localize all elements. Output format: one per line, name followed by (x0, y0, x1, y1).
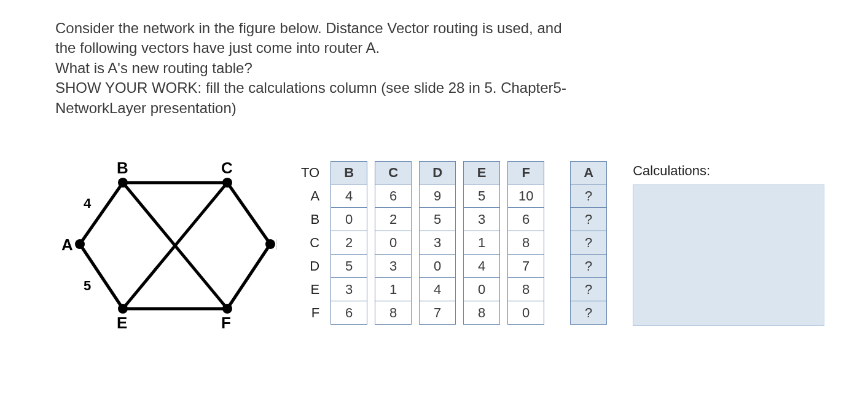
col-F-row-D: 7 (508, 255, 544, 278)
dest-D: D (301, 255, 319, 278)
svg-line-6 (227, 244, 270, 309)
calculations-area: Calculations: (633, 161, 824, 326)
svg-point-9 (118, 178, 128, 188)
calculations-box (633, 184, 824, 326)
col-B-row-A: 4 (331, 184, 367, 208)
col-F: F 10 6 8 7 8 0 (507, 161, 544, 325)
col-B-header: B (331, 162, 367, 184)
col-F-row-F: 0 (508, 301, 544, 324)
col-B-row-F: 6 (331, 301, 367, 324)
row-labels: TO A B C D E F (301, 161, 323, 325)
edge-AB-weight: 4 (84, 196, 92, 211)
col-B-row-C: 2 (331, 231, 367, 255)
col-A-row-A: ? (571, 184, 606, 208)
svg-line-5 (227, 183, 270, 244)
q-line5: NetworkLayer presentation) (55, 100, 237, 116)
dest-C: C (301, 231, 319, 255)
node-B-label: B (117, 159, 128, 177)
col-E-row-E: 0 (464, 278, 499, 301)
col-A-header: A (571, 162, 606, 184)
col-D: D 9 5 3 0 4 7 (419, 161, 456, 325)
svg-point-13 (222, 304, 232, 314)
svg-point-11 (265, 239, 275, 249)
col-F-header: F (508, 162, 544, 184)
col-F-row-A: 10 (508, 184, 544, 208)
col-D-row-C: 3 (420, 231, 455, 255)
col-A-answers: A ? ? ? ? ? ? (570, 161, 607, 325)
col-D-row-F: 7 (420, 301, 455, 324)
calculations-label: Calculations: (633, 161, 824, 184)
svg-line-2 (80, 244, 123, 309)
col-D-row-A: 9 (420, 184, 455, 208)
col-E-row-A: 5 (464, 184, 499, 208)
col-C-row-D: 3 (375, 255, 411, 278)
q-line3: What is A's new routing table? (55, 60, 252, 76)
svg-point-12 (118, 304, 128, 314)
col-C-row-E: 1 (375, 278, 411, 301)
col-C-row-B: 2 (375, 208, 411, 231)
col-C-header: C (375, 162, 411, 184)
to-label: TO (301, 161, 319, 184)
col-E-row-F: 8 (464, 301, 499, 324)
col-B-row-E: 3 (331, 278, 367, 301)
col-C-row-C: 0 (375, 231, 411, 255)
col-A-row-E: ? (571, 278, 606, 301)
node-C-label: C (221, 159, 233, 177)
col-B-row-B: 0 (331, 208, 367, 231)
node-A-label: A (61, 236, 73, 254)
node-D-label: D (275, 236, 276, 254)
col-F-row-C: 8 (508, 231, 544, 255)
col-C-row-A: 6 (375, 184, 411, 208)
col-E-header: E (464, 162, 499, 184)
routing-tables: TO A B C D E F B 4 0 2 5 3 6 C 6 2 0 3 1… (301, 155, 824, 326)
col-B: B 4 0 2 5 3 6 (330, 161, 367, 325)
dest-B: B (301, 208, 319, 231)
col-E-row-D: 4 (464, 255, 499, 278)
col-E: E 5 3 1 4 0 8 (463, 161, 500, 325)
col-A-row-C: ? (571, 231, 606, 255)
svg-line-1 (80, 183, 123, 244)
network-graph: A B C D E F 4 5 (55, 155, 276, 339)
svg-point-10 (222, 178, 232, 188)
col-F-row-E: 8 (508, 278, 544, 301)
col-D-header: D (420, 162, 455, 184)
col-D-row-E: 4 (420, 278, 455, 301)
svg-point-8 (75, 239, 85, 249)
col-D-row-D: 0 (420, 255, 455, 278)
col-A-row-F: ? (571, 301, 606, 324)
col-F-row-B: 6 (508, 208, 544, 231)
dest-E: E (301, 278, 319, 301)
edge-AE-weight: 5 (84, 278, 91, 293)
col-A-row-D: ? (571, 255, 606, 278)
q-line2: the following vectors have just come int… (55, 39, 380, 56)
dest-A: A (301, 184, 319, 208)
col-B-row-D: 5 (331, 255, 367, 278)
node-E-label: E (117, 314, 127, 332)
dest-F: F (301, 301, 319, 325)
col-D-row-B: 5 (420, 208, 455, 231)
col-A-row-B: ? (571, 208, 606, 231)
col-C-row-F: 8 (375, 301, 411, 324)
q-line1: Consider the network in the figure below… (55, 20, 561, 36)
col-E-row-B: 3 (464, 208, 499, 231)
col-C: C 6 2 0 3 1 8 (375, 161, 412, 325)
node-F-label: F (221, 314, 231, 332)
col-E-row-C: 1 (464, 231, 499, 255)
question-text: Consider the network in the figure below… (55, 18, 813, 118)
q-line4: SHOW YOUR WORK: fill the calculations co… (55, 79, 566, 96)
